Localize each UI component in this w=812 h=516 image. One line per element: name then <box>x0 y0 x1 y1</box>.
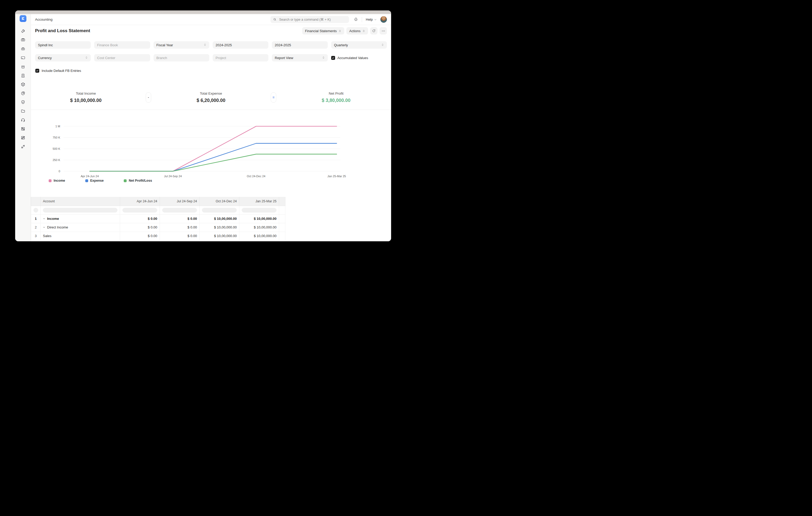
summary-total-expense: Total Expense$ 6,20,000.00 <box>160 91 262 103</box>
value-cell: $ 0.00 <box>160 223 200 232</box>
sidebar-item-cash[interactable] <box>19 38 27 43</box>
table-filter-input[interactable] <box>202 208 237 213</box>
col-header-oct-24-dec-24[interactable]: Oct 24-Dec 24 <box>200 197 239 206</box>
col-header-jan-25-mar-25[interactable]: Jan 25-Mar 25 <box>239 197 279 206</box>
building-icon <box>21 73 25 79</box>
summary-net-profit-value: $ 3,80,000.00 <box>285 98 387 103</box>
legend-label: Income <box>54 179 65 182</box>
legend-item-expense: Expense <box>85 179 104 182</box>
search-bar[interactable] <box>270 16 349 23</box>
table-filter-cell[interactable] <box>200 206 239 214</box>
sidebar-item-pie-chart[interactable] <box>19 91 27 96</box>
col-header-jul-24-sep-24[interactable]: Jul 24-Sep 24 <box>160 197 200 206</box>
sidebar-item-building[interactable] <box>19 73 27 79</box>
sidebar-item-toggles-alt[interactable] <box>19 135 27 141</box>
filter-checkbox-accumulated-values[interactable]: Accumulated Values <box>331 56 387 60</box>
select-caret-icon <box>381 43 384 47</box>
app-logo-icon[interactable] <box>20 15 26 22</box>
actions-label: Actions <box>349 29 360 33</box>
table-filter-input[interactable] <box>33 208 38 213</box>
value-cell: $ 0.00 <box>120 214 160 223</box>
account-cell[interactable]: Income <box>40 214 120 223</box>
shopping-bag-icon <box>21 64 25 70</box>
filter-report-view-value: Report View <box>275 56 293 60</box>
col-header-blank[interactable] <box>279 197 285 206</box>
filters-row-2: CurrencyCost CenterBranchProjectReport V… <box>35 54 387 61</box>
minus-operator: - <box>146 92 151 103</box>
legend-item-income: Income <box>49 179 65 182</box>
actions-dropdown[interactable]: Actions <box>346 27 368 34</box>
legend-swatch <box>124 179 126 182</box>
filter-spindl-inc[interactable]: Spindl Inc <box>35 41 91 49</box>
notifications-button[interactable] <box>354 17 358 22</box>
search-input[interactable] <box>279 18 346 22</box>
filter-quarterly[interactable]: Quarterly <box>331 41 387 49</box>
sidebar-item-headset[interactable] <box>19 118 27 123</box>
plug-icon <box>21 144 25 150</box>
include-default-fb-checkbox[interactable]: Include Default FB Entries <box>35 69 81 73</box>
account-cell[interactable]: Direct Income <box>40 223 120 232</box>
help-menu[interactable]: Help <box>366 18 377 22</box>
table-header-row: AccountApr 24-Jun 24Jul 24-Sep 24Oct 24-… <box>31 197 285 206</box>
sidebar-item-tools[interactable] <box>19 29 27 34</box>
table-filter-input[interactable] <box>162 208 197 213</box>
filter-quarterly-value: Quarterly <box>334 43 348 47</box>
report-group-dropdown[interactable]: Financial Statements <box>302 27 344 34</box>
toggles-alt-icon <box>21 135 25 141</box>
table-filter-cell <box>279 206 285 214</box>
filter-2024-2025[interactable]: 2024-2025 <box>213 41 268 49</box>
sidebar-item-folder[interactable] <box>19 109 27 114</box>
y-tick-label: 0 <box>59 170 60 173</box>
filter-branch[interactable]: Branch <box>153 54 209 61</box>
x-tick-label: Jul 24-Sep 24 <box>164 175 182 178</box>
sidebar-item-drawer[interactable] <box>19 47 27 52</box>
filter-project-value: Project <box>215 56 226 60</box>
table-filter-row <box>31 206 285 214</box>
app-label: Accounting <box>35 18 53 22</box>
table-filter-input[interactable] <box>122 208 157 213</box>
filter-2024-2025[interactable]: 2024-2025 <box>272 41 327 49</box>
table-filter-input[interactable] <box>242 208 277 213</box>
row-number: 2 <box>31 223 40 232</box>
filter-finance-book[interactable]: Finance Book <box>94 41 150 49</box>
account-label: Direct Income <box>47 225 68 229</box>
chevron-down-icon[interactable] <box>43 225 45 229</box>
col-header-blank[interactable] <box>31 197 40 206</box>
chevron-down-icon[interactable] <box>43 217 45 221</box>
sidebar-item-shield-check[interactable] <box>19 100 27 105</box>
sidebar-item-shopping-bag[interactable] <box>19 64 27 69</box>
table-filter-cell[interactable] <box>31 206 40 214</box>
sidebar <box>15 14 31 241</box>
sidebar-item-toggles[interactable] <box>19 126 27 132</box>
table-filter-cell[interactable] <box>40 206 120 214</box>
filter-checkbox-label: Accumulated Values <box>338 56 368 60</box>
select-caret-icon <box>339 30 341 32</box>
sidebar-item-credit-card[interactable] <box>19 55 27 61</box>
report-table: AccountApr 24-Jun 24Jul 24-Sep 24Oct 24-… <box>31 197 285 241</box>
value-cell: $ 0.00 <box>120 223 160 232</box>
refresh-button[interactable] <box>370 27 377 34</box>
table-filter-input[interactable] <box>43 208 117 213</box>
sidebar-item-plug[interactable] <box>19 144 27 150</box>
filter-project[interactable]: Project <box>213 54 268 61</box>
summary-total-expense-label: Total Expense <box>160 91 262 95</box>
user-avatar[interactable] <box>380 16 387 23</box>
col-header-account[interactable]: Account <box>40 197 120 206</box>
table-filter-cell[interactable] <box>160 206 200 214</box>
table-filter-cell[interactable] <box>239 206 279 214</box>
col-header-apr-24-jun-24[interactable]: Apr 24-Jun 24 <box>120 197 160 206</box>
x-tick-label: Jan 25-Mar 25 <box>327 175 346 178</box>
more-options-button[interactable] <box>380 27 387 34</box>
table-filter-cell[interactable] <box>120 206 160 214</box>
account-cell[interactable]: Sales <box>40 232 120 240</box>
table-row-direct-income: 2Direct Income$ 0.00$ 0.00$ 10,00,000.00… <box>31 223 285 232</box>
page-actions: Financial Statements Actions <box>302 27 387 34</box>
stub-cell <box>279 223 285 232</box>
filter-cost-center[interactable]: Cost Center <box>94 54 150 61</box>
summary-total-income-label: Total Income <box>35 91 137 95</box>
sidebar-item-package[interactable] <box>19 82 27 87</box>
filter-report-view[interactable]: Report View <box>272 54 327 61</box>
report-group-label: Financial Statements <box>305 29 337 33</box>
filter-currency[interactable]: Currency <box>35 54 91 61</box>
filter-fiscal-year[interactable]: Fiscal Year <box>153 41 209 49</box>
